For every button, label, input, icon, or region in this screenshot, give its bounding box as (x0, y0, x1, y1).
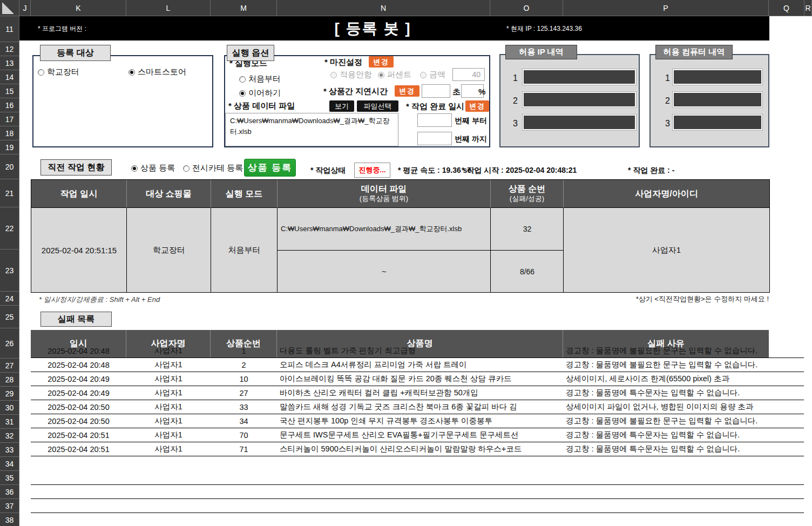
range-from-input[interactable] (417, 113, 452, 127)
radio-mode-continue-icon[interactable] (239, 90, 246, 97)
row-header-24[interactable]: 24 (0, 292, 19, 306)
row-header-16[interactable]: 16 (0, 98, 19, 112)
radio-margin-percent-icon[interactable] (378, 72, 384, 78)
radio-smartstore-icon[interactable] (128, 69, 135, 76)
row-header-25[interactable]: 25 (0, 306, 19, 328)
row-header-32[interactable]: 32 (0, 429, 19, 443)
pc-input-2[interactable] (673, 92, 762, 107)
allowed-pc-title: 허용 컴퓨터 내역 (655, 45, 733, 59)
radio-mode-continue[interactable]: 이어하기 (239, 88, 281, 98)
pc-input-1[interactable] (673, 69, 762, 85)
column-header-Q[interactable]: Q (769, 0, 804, 16)
margin-value-input[interactable]: 40 (452, 68, 485, 81)
radio-margin-none[interactable]: 적용안함 (330, 70, 372, 80)
delay-seconds-input[interactable] (422, 84, 450, 98)
job-failsuccess-cell: 8/66 (490, 250, 564, 292)
fail-cell-spacer (769, 428, 804, 442)
ip-input-2[interactable] (523, 92, 636, 107)
fail-cell-spacer (769, 442, 804, 456)
row-header-21[interactable]: 21 (0, 179, 19, 207)
row-header-37[interactable]: 37 (0, 499, 19, 513)
radio-margin-amount-icon[interactable] (420, 72, 427, 78)
column-header-K[interactable]: K (31, 0, 126, 16)
radio-smartstore[interactable]: 스마트스토어 (128, 67, 186, 77)
radio-margin-none-icon[interactable] (330, 72, 337, 78)
radio-mode-first-icon[interactable] (239, 76, 246, 83)
column-header-J[interactable]: J (19, 0, 31, 16)
view-button[interactable]: 보기 (329, 100, 354, 112)
row-header-27[interactable]: 27 (0, 359, 19, 373)
column-header-O[interactable]: O (490, 0, 563, 16)
row-header-33[interactable]: 33 (0, 443, 19, 457)
radio-product-register[interactable]: 상품 등록 (131, 163, 175, 173)
file-select-button[interactable]: 파일선택 (357, 100, 398, 112)
row-header-17[interactable]: 17 (0, 112, 19, 126)
radio-category-register[interactable]: 전시카테 등록 (183, 163, 243, 173)
row-header-30[interactable]: 30 (0, 401, 19, 415)
select-all-corner[interactable] (0, 0, 19, 16)
pc-input-3[interactable] (673, 114, 762, 130)
row-header-20[interactable]: 20 (0, 154, 19, 179)
radio-school-market[interactable]: 학교장터 (38, 67, 79, 77)
row-header-23[interactable]: 23 (0, 249, 19, 292)
delay-change-button[interactable]: 변경 (395, 85, 419, 97)
column-header-M[interactable]: M (211, 0, 277, 16)
delay-pct-unit: % (478, 87, 485, 96)
job-datetime-cell: 2025-02-04 20:51:15 (31, 208, 127, 292)
row-header-12[interactable]: 12 (0, 42, 19, 56)
column-headers: JKLMNOPQR (0, 0, 812, 16)
product-register-button[interactable]: 상품 등록 (244, 159, 296, 177)
row-header-26[interactable]: 26 (0, 328, 19, 359)
row-header-35[interactable]: 35 (0, 471, 19, 485)
pc-row-number: 2 (665, 96, 670, 106)
radio-mode-first[interactable]: 처음부터 (239, 74, 281, 84)
fail-cell-reason: 경고창 : 물품명에 특수문자는 입력할 수 없습니다. (563, 442, 769, 456)
col-header-file: 데이터 파일(등록상품 범위) (278, 180, 491, 208)
range-to-input[interactable] (417, 132, 452, 145)
radio-product-register-icon[interactable] (131, 165, 138, 172)
row-header-14[interactable]: 14 (0, 70, 19, 84)
row-header-28[interactable]: 28 (0, 373, 19, 387)
fail-cell-reason: 경고창 : 물품명에 특수문자는 입력할 수 없습니다. (563, 428, 769, 442)
row-header-38[interactable]: 38 (0, 513, 19, 526)
row-header-36[interactable]: 36 (0, 485, 19, 499)
margin-label: * 마진설정 (324, 57, 362, 68)
radio-margin-amount[interactable]: 금액 (420, 70, 445, 80)
column-header-R[interactable]: R (804, 0, 812, 16)
fail-cell-seq: 10 (211, 372, 277, 386)
fail-cell-spacer (769, 358, 804, 372)
ip-input-3[interactable] (523, 114, 636, 130)
data-file-path-input[interactable]: C:₩Users₩manma₩Downloads₩_결과₩_학교장터.xlsb (225, 113, 398, 146)
job-file-cell: C:₩Users₩manma₩Downloads₩_결과₩_학교장터.xlsb (277, 208, 491, 250)
job-mall-cell: 학교장터 (126, 208, 211, 292)
title-bar: * 프로그램 버전 : [ 등록 봇 ] * 현재 IP : 125.143.2… (19, 16, 769, 41)
row-header-31[interactable]: 31 (0, 415, 19, 429)
job-mode-cell: 처음부터 (211, 208, 278, 292)
row-header-29[interactable]: 29 (0, 387, 19, 401)
fail-cell-seq: 33 (211, 400, 277, 414)
row-header-15[interactable]: 15 (0, 84, 19, 98)
pc-row-number: 1 (665, 73, 670, 83)
column-header-P[interactable]: P (563, 0, 769, 16)
row-header-22[interactable]: 22 (0, 207, 19, 249)
radio-category-register-icon[interactable] (183, 165, 190, 172)
fail-cell-reason: 상세이미지, 세로사이즈 한계(65500 pixel) 초과 (563, 372, 769, 386)
column-header-L[interactable]: L (126, 0, 211, 16)
row-header-34[interactable]: 34 (0, 457, 19, 471)
row-header-18[interactable]: 18 (0, 126, 19, 140)
margin-change-button[interactable]: 변경 (369, 56, 394, 68)
row-header-11[interactable]: 11 (0, 16, 19, 42)
fail-cell-name: 문구세트 IWS문구세트 산리오 EVA필통+필기구문구세트 문구세트선 (277, 428, 563, 442)
fail-cell-biz: 사업자1 (126, 358, 211, 372)
ip-row-number: 2 (513, 96, 518, 106)
radio-school-market-icon[interactable] (38, 69, 44, 76)
row-header-19[interactable]: 19 (0, 140, 19, 154)
fail-cell-spacer (769, 400, 804, 414)
ip-input-1[interactable] (523, 69, 636, 85)
column-header-N[interactable]: N (277, 0, 490, 16)
row-header-13[interactable]: 13 (0, 56, 19, 70)
radio-margin-percent[interactable]: 퍼센트 (378, 70, 411, 80)
fail-cell-seq: 27 (211, 386, 277, 400)
complete-change-button[interactable]: 변경 (465, 100, 489, 112)
row-headers: 1112131415161718192021222324252627282930… (0, 16, 19, 526)
